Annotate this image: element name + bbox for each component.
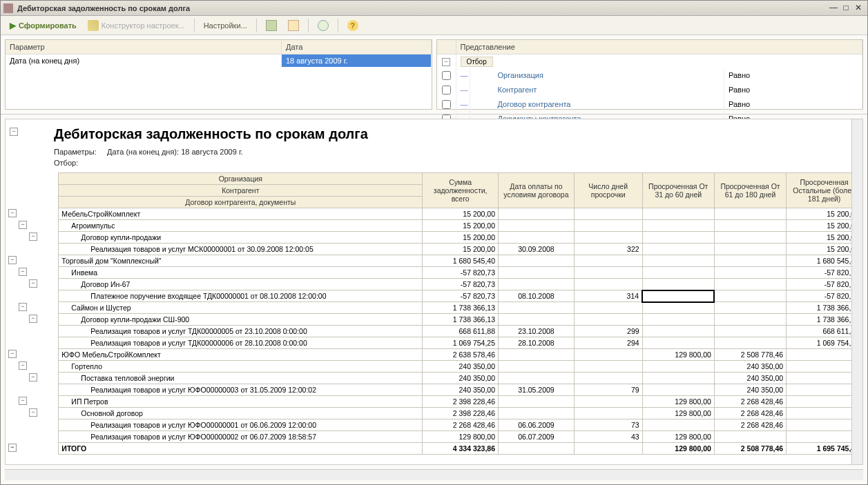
cell-paydate (499, 349, 575, 361)
cell-days (574, 443, 642, 455)
cell-days (574, 267, 642, 279)
cell-days: 322 (574, 244, 642, 255)
filter-checkbox[interactable] (437, 98, 456, 112)
expand-row-button[interactable]: − (8, 209, 17, 217)
row-name: Платежное поручение входящее ТДК00000001… (59, 290, 423, 302)
report-area[interactable]: − Дебиторская задолженность по срокам до… (5, 119, 863, 465)
expand-row-button[interactable]: − (19, 268, 27, 276)
row-name: Реализация товаров и услуг МСК00000001 о… (59, 244, 423, 255)
table-row[interactable]: −Саймон и Шустер1 738 366,131 738 366,13 (6, 302, 862, 314)
row-name: Реализация товаров и услуг ЮФО00000001 о… (59, 419, 423, 431)
expand-row-button[interactable]: − (19, 362, 27, 370)
expand-row-button[interactable]: − (8, 256, 17, 264)
toolbar-icon-2[interactable] (283, 17, 304, 34)
toolbar-icon-3[interactable] (313, 17, 334, 34)
filter-bullet: — (456, 83, 470, 98)
cell-overdue-61-180: 2 508 778,46 (714, 349, 786, 361)
filter-checkbox[interactable] (437, 69, 456, 83)
filter-checkbox[interactable] (437, 83, 456, 98)
expand-row-button[interactable]: − (19, 303, 27, 311)
expand-cell[interactable]: − (437, 55, 456, 69)
expand-row-button[interactable]: − (29, 232, 37, 241)
help-button[interactable]: ? (343, 17, 363, 34)
maximize-button[interactable]: □ (840, 3, 852, 14)
horizontal-scrollbar[interactable] (5, 469, 863, 480)
param-value: 18 августа 2009 г. (282, 55, 432, 67)
expand-row-button[interactable]: − (8, 350, 17, 358)
table-row[interactable]: −Инвема-57 820,73-57 820,73 (6, 267, 862, 279)
cell-sum: -57 820,73 (423, 290, 499, 302)
tree-cell (6, 431, 59, 443)
cell-days (574, 232, 642, 244)
param-row[interactable]: Дата (на конец дня) 18 августа 2009 г. (6, 55, 432, 67)
table-row[interactable]: Реализация товаров и услуг ТДК00000006 о… (6, 337, 862, 349)
filter-row[interactable]: —Договор контрагентаРавно (437, 98, 863, 112)
params-label: Параметры: (54, 148, 97, 156)
table-row[interactable]: −Основной договор2 398 228,46129 800,002… (6, 408, 862, 419)
cell-overdue-61-180: 2 508 778,46 (714, 443, 786, 455)
params-left-header: Параметр Дата (6, 40, 432, 55)
close-button[interactable]: ✕ (852, 3, 865, 14)
app-icon (3, 3, 13, 13)
app-window: Дебиторская задолженность по срокам долг… (0, 0, 868, 485)
table-row[interactable]: Реализация товаров и услуг ТДК00000005 о… (6, 326, 862, 337)
table-row[interactable]: −Договор купли-продажи СШ-9001 738 366,1… (6, 314, 862, 326)
table-row[interactable]: −Торговый дом "Комплексный"1 680 545,401… (6, 255, 862, 267)
table-row[interactable]: Реализация товаров и услуг МСК00000001 о… (6, 244, 862, 255)
cell-overdue-31-60 (642, 220, 714, 232)
minimize-button[interactable]: — (827, 3, 840, 14)
form-button[interactable]: ▶ Сформировать (5, 18, 81, 33)
cell-overdue-31-60: 129 800,00 (642, 408, 714, 419)
th-paydate: Дата оплаты по условиям договора (499, 173, 575, 208)
expand-row-button[interactable]: − (19, 221, 27, 229)
cell-sum: 1 680 545,40 (423, 255, 499, 267)
toolbar-icon-1[interactable] (261, 17, 282, 34)
collapse-all-button[interactable]: − (10, 128, 18, 136)
cell-days (574, 302, 642, 314)
vertical-scrollbar[interactable] (851, 119, 862, 464)
expand-row-button[interactable]: − (29, 279, 37, 288)
table-row[interactable]: Реализация товаров и услуг ЮФО00000001 о… (6, 419, 862, 431)
filter-root-row[interactable]: − Отбор (437, 55, 863, 69)
settings-button[interactable]: Настройки... (199, 19, 252, 32)
minus-icon: − (442, 58, 450, 66)
table-row[interactable]: −МебельСтройКомплект15 200,0015 200,00 (6, 208, 862, 220)
table-row[interactable]: −Договор Ин-67-57 820,73-57 820,73 (6, 279, 862, 290)
cell-days (574, 349, 642, 361)
cell-overdue-31-60 (642, 232, 714, 244)
expand-row-button[interactable]: − (29, 408, 37, 417)
cell-days: 73 (574, 419, 642, 431)
table-row[interactable]: Реализация товаров и услуг ЮФО00000003 о… (6, 384, 862, 396)
cell-overdue-61-180 (714, 302, 786, 314)
row-name: Агроимпульс (59, 220, 423, 232)
expand-row-button[interactable]: − (29, 373, 37, 382)
cell-overdue-61-180 (714, 279, 786, 290)
table-row[interactable]: Платежное поручение входящее ТДК00000001… (6, 290, 862, 302)
table-row[interactable]: −ИП Петров2 398 228,46129 800,002 268 42… (6, 396, 862, 408)
table-row[interactable]: −Договор купли-продажи15 200,0015 200,00 (6, 232, 862, 244)
expand-row-button[interactable]: − (19, 397, 27, 405)
cell-paydate (499, 232, 575, 244)
help-icon: ? (347, 20, 358, 31)
cell-overdue-31-60 (642, 384, 714, 396)
th-contract-docs: Договор контрагента, документы (59, 197, 423, 208)
designer-button[interactable]: Конструктор настроек... (83, 17, 190, 34)
cell-overdue-61-180 (714, 232, 786, 244)
table-row[interactable]: −Поставка тепловой энергии240 350,00240 … (6, 373, 862, 384)
filter-row[interactable]: —ОрганизацияРавно (437, 69, 863, 83)
filter-bullet: — (456, 98, 470, 112)
cell-paydate (499, 208, 575, 220)
expand-row-button[interactable]: − (29, 315, 37, 323)
cell-overdue-31-60 (642, 302, 714, 314)
cell-overdue-61-180: 2 268 428,46 (714, 419, 786, 431)
cell-overdue-61-180 (714, 208, 786, 220)
table-row[interactable]: −ИТОГО4 334 323,86129 800,002 508 778,46… (6, 443, 862, 455)
table-row[interactable]: −ЮФО МебельСтройКомплект2 638 578,46129 … (6, 349, 862, 361)
table-row[interactable]: −Агроимпульс15 200,0015 200,00 (6, 220, 862, 232)
cell-paydate: 23.10.2008 (499, 326, 575, 337)
table-row[interactable]: −Гортепло240 350,00240 350,00 (6, 361, 862, 373)
row-name: Основной договор (59, 408, 423, 419)
table-row[interactable]: Реализация товаров и услуг ЮФО00000002 о… (6, 431, 862, 443)
filter-row[interactable]: —КонтрагентРавно (437, 83, 863, 98)
expand-row-button[interactable]: − (8, 444, 17, 452)
